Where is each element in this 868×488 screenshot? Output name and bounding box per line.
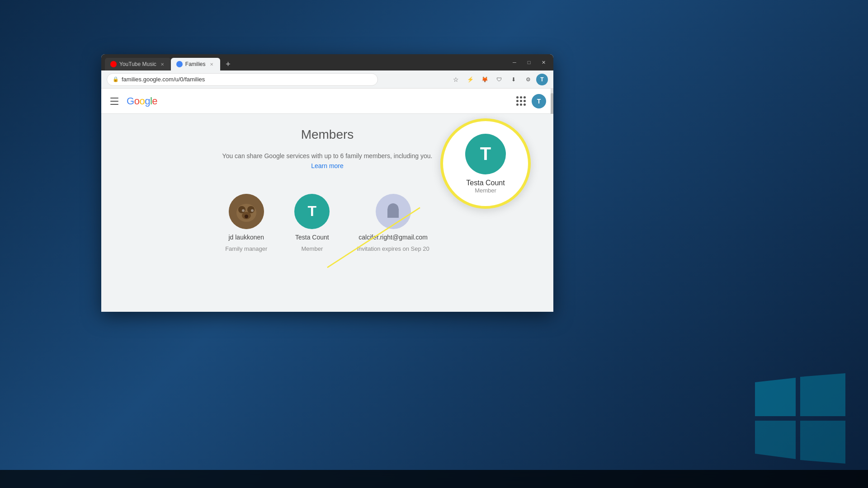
svg-point-7 [238, 206, 245, 213]
member-avatar-calcifer [376, 194, 411, 229]
settings-icon: ⚙ [526, 76, 531, 83]
youtube-favicon [110, 61, 117, 67]
extension-4-button[interactable]: ⬇ [507, 73, 520, 86]
url-input[interactable]: 🔒 families.google.com/u/0/families [107, 73, 378, 86]
google-header: Google [101, 89, 553, 114]
member-item-testa-count[interactable]: T Testa Count Member [294, 194, 330, 252]
profile-initial: T [537, 98, 541, 105]
logo-e: e [152, 95, 157, 107]
popup-role: Member [475, 187, 496, 194]
extension-2-button[interactable]: 🦊 [478, 73, 491, 86]
profile-toolbar-initial: T [540, 76, 543, 83]
members-row: jd laukkonen Family manager T Testa Coun… [225, 194, 429, 252]
learn-more-link[interactable]: Learn more [311, 162, 344, 169]
svg-marker-1 [800, 373, 845, 416]
tabs-container: YouTube Music ✕ Families ✕ + [105, 54, 508, 70]
svg-point-11 [242, 209, 245, 212]
apps-dot [524, 100, 526, 102]
address-bar: 🔒 families.google.com/u/0/families ☆ ⚡ 🦊… [101, 70, 553, 89]
apps-dot [520, 96, 522, 99]
apps-dot [516, 100, 519, 102]
member-role-jd: Family manager [225, 245, 267, 252]
svg-marker-0 [755, 378, 796, 416]
svg-point-12 [251, 209, 254, 212]
svg-point-8 [247, 206, 255, 213]
youtube-tab-label: YouTube Music [119, 61, 156, 67]
extension-1-icon: ⚡ [467, 76, 474, 83]
popup-name: Testa Count [466, 179, 505, 187]
windows-watermark [755, 373, 845, 465]
bookmark-star-button[interactable]: ☆ [449, 73, 462, 86]
families-favicon [176, 61, 183, 67]
member-name-testa: Testa Count [295, 234, 329, 241]
desktop: YouTube Music ✕ Families ✕ + ─ [0, 0, 868, 488]
maximize-button[interactable]: □ [523, 58, 535, 67]
members-description: You can share Google services with up to… [222, 151, 433, 171]
logo-o2: o [139, 95, 145, 107]
extension-4-icon: ⬇ [511, 76, 516, 83]
new-tab-button[interactable]: + [222, 58, 235, 70]
svg-point-10 [245, 215, 248, 218]
member-avatar-jd [229, 194, 264, 229]
header-right: T [514, 94, 546, 108]
google-logo[interactable]: Google [127, 95, 157, 107]
logo-g2: g [145, 95, 150, 107]
profile-avatar[interactable]: T [532, 94, 546, 108]
tab-youtube-music[interactable]: YouTube Music ✕ [105, 58, 171, 70]
main-content-area: Members You can share Google services wi… [101, 114, 553, 312]
member-name-calcifer: calcifer.right@gmail.com [359, 234, 428, 241]
families-tab-label: Families [185, 61, 206, 67]
taskbar [0, 470, 868, 488]
google-apps-button[interactable] [514, 94, 528, 108]
member-role-calcifer: Invitation expires on Sep 20 [357, 245, 429, 252]
profile-toolbar-button[interactable]: T [536, 74, 548, 85]
tab-families[interactable]: Families ✕ [171, 58, 220, 70]
new-tab-icon: + [226, 60, 231, 69]
hamburger-line-1 [110, 98, 118, 99]
extension-3-button[interactable]: 🛡 [493, 73, 505, 86]
apps-dot [524, 96, 526, 99]
url-text: families.google.com/u/0/families [122, 76, 205, 83]
members-title: Members [301, 127, 354, 142]
apps-dot [520, 103, 522, 106]
apps-dot [516, 103, 519, 106]
toolbar-icons: ☆ ⚡ 🦊 🛡 ⬇ ⚙ T [449, 73, 548, 86]
popup-avatar: T [465, 134, 506, 174]
settings-button[interactable]: ⚙ [522, 73, 534, 86]
member-role-testa: Member [302, 245, 323, 252]
families-tab-close[interactable]: ✕ [208, 61, 215, 67]
title-bar: YouTube Music ✕ Families ✕ + ─ [101, 54, 553, 70]
member-name-jd: jd laukkonen [228, 234, 264, 241]
svg-marker-3 [800, 421, 845, 464]
apps-dot [520, 100, 522, 102]
svg-rect-14 [387, 209, 399, 218]
window-controls: ─ □ ✕ [508, 58, 550, 67]
hamburger-line-2 [110, 101, 118, 102]
logo-o1: o [134, 95, 140, 107]
apps-dot [516, 96, 519, 99]
youtube-tab-close[interactable]: ✕ [159, 61, 165, 67]
lock-icon: 🔒 [113, 76, 119, 82]
extension-1-button[interactable]: ⚡ [464, 73, 476, 86]
hamburger-line-3 [110, 104, 118, 105]
member-item-jd-laukkonen[interactable]: jd laukkonen Family manager [225, 194, 267, 252]
logo-g: G [127, 95, 134, 107]
page-content: Google [101, 89, 553, 312]
popup-initial: T [480, 144, 491, 164]
member-popup-testa[interactable]: T Testa Count Member [440, 118, 531, 209]
extension-2-icon: 🦊 [481, 76, 488, 83]
member-item-calcifer[interactable]: calcifer.right@gmail.com Invitation expi… [357, 194, 429, 252]
browser-window: YouTube Music ✕ Families ✕ + ─ [101, 54, 553, 312]
star-icon: ☆ [453, 76, 459, 83]
close-button[interactable]: ✕ [537, 58, 550, 67]
member-initial-testa: T [308, 203, 317, 220]
extension-3-icon: 🛡 [496, 76, 502, 83]
apps-grid-icon [516, 96, 526, 106]
member-avatar-testa: T [294, 194, 330, 229]
hamburger-menu[interactable] [108, 94, 123, 108]
svg-marker-2 [755, 421, 796, 459]
apps-dot [524, 103, 526, 106]
minimize-button[interactable]: ─ [508, 58, 521, 67]
